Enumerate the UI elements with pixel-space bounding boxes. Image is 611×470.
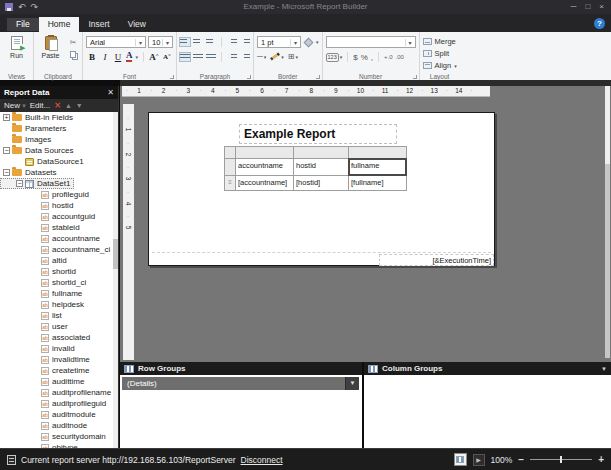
close-panel-icon[interactable]: ✕ <box>107 88 114 97</box>
align-middle-button[interactable] <box>193 38 203 46</box>
increase-decimal-button[interactable]: +.0 <box>384 54 393 60</box>
decrease-indent-button[interactable] <box>227 38 237 46</box>
tree-item-shortid[interactable]: shortid <box>0 266 118 277</box>
decrease-decimal-button[interactable]: .00 <box>396 54 404 60</box>
close-button[interactable]: × <box>599 2 604 12</box>
execution-time-textbox[interactable]: [&ExecutionTime] <box>379 254 494 266</box>
tree-item-DataSource1[interactable]: DataSource1 <box>0 156 118 167</box>
report-title-textbox[interactable]: Example Report <box>239 124 397 144</box>
copy-icon[interactable] <box>70 51 76 58</box>
details-dropdown-button[interactable]: ▼ <box>345 377 359 390</box>
tree-item-auditnode[interactable]: auditnode <box>0 420 118 431</box>
data-cell-fullname[interactable]: [fullname] <box>349 176 406 190</box>
number-format-select[interactable]: ▾ <box>326 36 416 48</box>
tree-item-auditmodule[interactable]: auditmodule <box>0 409 118 420</box>
detail-row-handle[interactable]: ≡ <box>225 176 235 190</box>
chevron-down-icon[interactable]: ▾ <box>316 39 319 45</box>
design-view-button[interactable] <box>454 453 467 466</box>
bold-button[interactable]: B <box>87 52 97 62</box>
tree-item-user[interactable]: user <box>0 321 118 332</box>
tree-item-shortid_ci[interactable]: shortid_ci <box>0 277 118 288</box>
align-top-button[interactable] <box>180 38 190 46</box>
new-menu-button[interactable]: New ▾ <box>4 101 26 110</box>
tree-item-invalidtime[interactable]: invalidtime <box>0 354 118 365</box>
tree-item-helpdesk[interactable]: helpdesk <box>0 299 118 310</box>
tree-item-list[interactable]: list <box>0 310 118 321</box>
scrollbar-thumb[interactable] <box>605 86 610 164</box>
column-handle[interactable] <box>294 147 348 158</box>
increase-indent-button[interactable] <box>240 38 250 46</box>
collapse-icon[interactable]: − <box>3 147 10 154</box>
maximize-button[interactable]: □ <box>585 2 590 12</box>
fill-color-icon[interactable] <box>304 37 314 47</box>
border-line-style-button[interactable]: ─▾ <box>257 52 266 61</box>
italic-button[interactable]: I <box>100 52 110 62</box>
tree-item-createtime[interactable]: createtime <box>0 365 118 376</box>
tree-item-accountname_ci[interactable]: accountname_ci <box>0 244 118 255</box>
move-up-icon[interactable]: ▲ <box>65 102 72 109</box>
tree-item-Parameters[interactable]: Parameters <box>0 123 118 134</box>
align-button[interactable]: Align ▾ <box>423 60 457 71</box>
comma-button[interactable]: , <box>371 53 373 62</box>
scrollbar-thumb[interactable] <box>113 239 118 269</box>
undo-icon[interactable]: ↶ <box>18 3 26 12</box>
header-cell-fullname[interactable]: fullname <box>349 159 406 175</box>
zoom-in-button[interactable]: + <box>598 454 604 465</box>
tab-insert[interactable]: Insert <box>79 17 118 32</box>
disconnect-link[interactable]: Disconnect <box>241 455 283 465</box>
split-button[interactable]: Split <box>423 48 457 59</box>
font-size-select[interactable]: 10 ▾ <box>148 36 173 48</box>
align-right-button[interactable] <box>206 53 216 61</box>
tree-item-Datasets[interactable]: −Datasets <box>0 167 118 178</box>
border-color-button[interactable]: ▾ <box>270 53 284 60</box>
header-cell-accountname[interactable]: accountname <box>236 159 293 175</box>
tree-item-auditprofilename[interactable]: auditprofilename <box>0 387 118 398</box>
chevron-down-icon[interactable]: ▾ <box>135 54 138 60</box>
tree-item-Images[interactable]: Images <box>0 134 118 145</box>
chevron-down-icon[interactable]: ▼ <box>601 366 607 372</box>
tree-item-profileguid[interactable]: profileguid <box>0 189 118 200</box>
border-width-select[interactable]: 1 pt ▾ <box>257 36 301 48</box>
save-icon[interactable] <box>5 3 13 11</box>
help-icon[interactable]: ? <box>594 18 605 29</box>
tree-item-associated[interactable]: associated <box>0 332 118 343</box>
collapse-icon[interactable]: − <box>16 180 23 187</box>
data-cell-hostid[interactable]: [hostid] <box>294 176 348 190</box>
number-style-button[interactable]: 123▾ <box>326 53 343 62</box>
row-handle[interactable] <box>225 159 235 175</box>
align-bottom-button[interactable] <box>206 38 216 46</box>
paste-button[interactable]: Paste <box>37 34 64 71</box>
font-family-select[interactable]: Arial ▾ <box>86 36 146 48</box>
minimize-button[interactable]: ─ <box>571 2 577 12</box>
edit-button[interactable]: Edit... <box>30 101 50 110</box>
data-cell-accountname[interactable]: [accountname] <box>236 176 293 190</box>
run-view-button[interactable]: ▶ <box>473 454 485 466</box>
run-button[interactable]: Run <box>3 34 30 71</box>
tablix-corner-handle[interactable] <box>225 147 235 158</box>
canvas-scrollbar[interactable] <box>605 86 610 358</box>
expand-icon[interactable]: + <box>3 114 10 121</box>
tree-item-invalid[interactable]: invalid <box>0 343 118 354</box>
tree-item-accountguid[interactable]: accountguid <box>0 211 118 222</box>
move-down-icon[interactable]: ▼ <box>76 102 83 109</box>
bullets-button[interactable] <box>227 53 237 61</box>
tree-item-audittime[interactable]: audittime <box>0 376 118 387</box>
underline-button[interactable]: U <box>113 52 123 62</box>
dialog-launcher-icon[interactable] <box>247 75 251 79</box>
tree-item-fullname[interactable]: fullname <box>0 288 118 299</box>
tree-item-securitydomain[interactable]: securitydomain <box>0 431 118 442</box>
collapse-icon[interactable]: − <box>3 169 10 176</box>
tree-item-stableid[interactable]: stableid <box>0 222 118 233</box>
zoom-slider-thumb[interactable] <box>560 456 562 463</box>
tab-view[interactable]: View <box>119 17 155 32</box>
numbering-button[interactable] <box>240 53 250 61</box>
tab-file[interactable]: File <box>7 18 39 31</box>
font-color-button[interactable]: A <box>126 51 133 62</box>
tablix[interactable]: accountname hostid fullname ≡ [accountna… <box>224 146 407 191</box>
column-handle[interactable] <box>349 147 406 158</box>
percent-button[interactable]: % <box>361 53 368 62</box>
dialog-launcher-icon[interactable] <box>170 75 174 79</box>
tree-item-accountname[interactable]: accountname <box>0 233 118 244</box>
tree-scrollbar[interactable] <box>113 112 118 448</box>
currency-button[interactable]: $ <box>353 53 357 62</box>
